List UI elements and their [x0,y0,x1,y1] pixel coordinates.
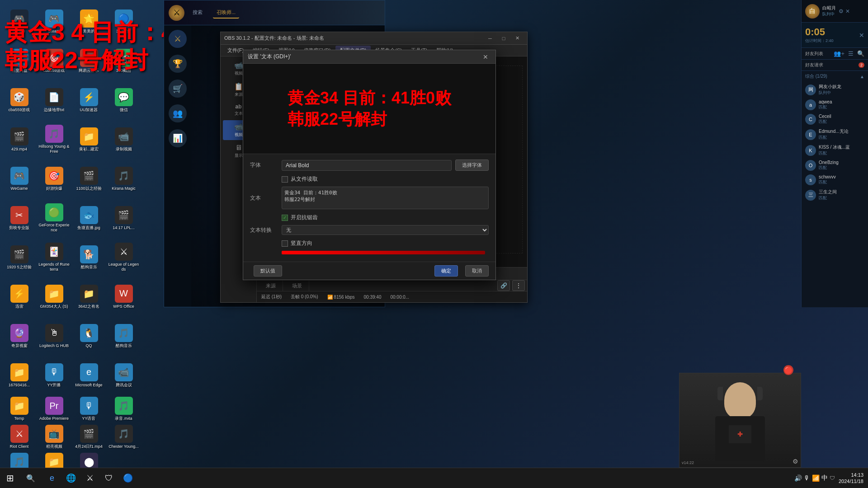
dialog-cancel-button[interactable]: 取消 [465,265,489,277]
friends-settings-icon[interactable]: ⚙ [839,8,844,14]
obs-scene-more-button[interactable]: ⋮ [512,280,525,291]
desktop-icon-36[interactable]: 📁 16793416... [2,356,36,394]
desktop-icon-42[interactable]: 🎙 YY语音 [72,395,106,422]
friend-item-4[interactable]: K KISS / 冰魂...蓝 匹配 [802,142,868,158]
lol-sidebar-profile[interactable]: 👥 [169,104,187,122]
taskbar-sound-icon[interactable]: 🔊 [794,474,802,482]
dialog-close-button[interactable]: ✕ [480,52,491,62]
friends-timer-info: 0:05 估计时间：2:40 [805,26,834,44]
desktop-icon-38[interactable]: e Microsoft Edge [72,356,106,394]
lol-sidebar-battle[interactable]: ⚔ [169,30,187,48]
desktop-icon-16[interactable]: 🎮 WeGame [2,160,36,198]
desktop-icon-20[interactable]: ✂ 剪映专业版 [2,199,36,237]
desktop-icon-31[interactable]: W WPS Office [107,277,141,316]
desktop-icon-23[interactable]: 🎬 14:17 LPL... [107,199,141,237]
friend-item-3[interactable]: E Edmund...无论 匹配 [802,127,868,142]
desktop-icon-label-31: WPS Office [113,304,134,309]
desktop-icon-46[interactable]: 🎬 4月24日f1.mp4 [72,423,106,450]
taskbar-search-button[interactable]: 🔍 [20,468,41,488]
desktop-icon-47[interactable]: 🎵 Chester Young... [107,423,141,450]
desktop-icon-41[interactable]: Pr Adobe Premiere [37,395,71,422]
desktop-icon-40[interactable]: 📁 Temp [2,395,36,422]
friends-section-all[interactable]: 综合 (1/29) ▲ [802,71,868,82]
obs-maximize-button[interactable]: □ [497,34,510,43]
lol-sidebar-stats[interactable]: 📊 [169,129,187,147]
lol-nav: 搜索 召唤师... [189,7,239,19]
friends-close-icon[interactable]: ✕ [845,8,850,14]
desktop-icon-44[interactable]: ⚔ Riot Client [2,423,36,450]
desktop-icon-10[interactable]: ⚡ UU加速器 [72,81,106,119]
dialog-font-label: 字体 [250,161,282,169]
friends-search-icon[interactable]: 🔍 [857,50,864,57]
desktop-icon-8[interactable]: 🎲 cba559游戏 [2,81,36,119]
friend-item-0[interactable]: 网 网友小妖龙 队列中 [802,82,868,98]
desktop-icon-24[interactable]: 🎬 1920 5之经验 [2,238,36,277]
desktop-icon-img-10: ⚡ [80,88,98,106]
taskbar-edge-icon[interactable]: 🌐 [62,469,80,487]
desktop-icon-18[interactable]: 🎬 1100以之经验 [72,160,106,198]
taskbar-lang-icon[interactable]: 中 [821,474,828,482]
dialog-text-input[interactable]: 黄金34 目前：41胜0败 韩服22号解封 [282,187,489,209]
desktop-icon-29[interactable]: 📁 GM354大人 (S) [37,277,71,316]
friends-matchmaking-close-button[interactable]: ✕ [859,32,864,39]
desktop-icon-37[interactable]: 🎙 YY开播 [37,356,71,394]
dialog-antialias-checkbox[interactable]: ✓ [282,215,288,221]
taskbar-mic-icon[interactable]: 🎙 [804,474,810,482]
friends-request-row[interactable]: 好友请求 2 [802,60,868,71]
friend-item-7[interactable]: 三 三生之间 匹配 [802,187,868,203]
desktop-icon-14[interactable]: 📁 黄衫...建宏 [72,120,106,159]
taskbar-riot-icon[interactable]: 🛡 [100,469,118,487]
webcam-settings-icon[interactable]: ⚙ [793,458,798,465]
desktop-icon-12[interactable]: 🎬 429.mp4 [2,120,36,159]
desktop-icon-11[interactable]: 💬 微信 [107,81,141,119]
desktop-icon-26[interactable]: 🐕 酷狗音乐 [72,238,106,277]
desktop-icon-34[interactable]: 🐧 QQ [72,317,106,355]
desktop-icon-28[interactable]: ⚡ 迅雷 [2,277,36,316]
taskbar-start-button[interactable]: ⊞ [0,468,20,488]
dialog-file-checkbox[interactable] [282,176,288,183]
lol-sidebar-trophy[interactable]: 🏆 [169,55,187,73]
desktop-icon-39[interactable]: 📹 腾讯会议 [107,356,141,394]
friends-view-toggle-icon[interactable]: ☰ [848,50,854,57]
desktop-icon-25[interactable]: 🃏 Legends of Runeterra [37,238,71,277]
dialog-vertical-checkbox[interactable] [282,240,288,247]
dialog-default-button[interactable]: 默认值 [254,265,282,277]
taskbar-network-icon[interactable]: 📶 [812,474,820,482]
taskbar-lol-icon[interactable]: ⚔ [81,469,99,487]
desktop-icon-15[interactable]: 📹 录制视频 [107,120,141,159]
lol-nav-summon[interactable]: 召唤师... [213,7,239,19]
desktop-icon-21[interactable]: 🟢 GeForce Experience [37,199,71,237]
dialog-select-font-button[interactable]: 选择字体 [455,160,489,171]
friend-item-5[interactable]: O OneBzing 匹配 [802,158,868,173]
obs-tab-scenes[interactable]: 场景 [285,281,309,291]
desktop-icon-43[interactable]: 🎵 录音.m4a [107,395,141,422]
obs-minimize-button[interactable]: ─ [484,34,496,43]
desktop-icon-13[interactable]: 🎵 Hillsong Young & Free [37,120,71,159]
friends-add-icon[interactable]: 👥+ [834,50,844,57]
desktop-icon-32[interactable]: 🔮 奇异视窗 [2,317,36,355]
desktop-icon-22[interactable]: 🐟 鱼塘直播.jpg [72,199,106,237]
desktop-icon-33[interactable]: 🖱 Logitech G HUB [37,317,71,355]
lol-nav-search[interactable]: 搜索 [189,7,206,19]
desktop-icon-img-28: ⚡ [10,285,28,303]
taskbar-chrome-icon[interactable]: e [43,469,61,487]
desktop-icon-19[interactable]: 🎵 Kirana Magic [107,160,141,198]
taskbar-antivirus-icon[interactable]: 🛡 [830,475,835,481]
obs-close-button[interactable]: ✕ [511,34,524,43]
desktop-icon-27[interactable]: ⚔ League of Legends [107,238,141,277]
dialog-transform-select[interactable]: 无 [282,225,489,235]
desktop-icon-45[interactable]: 📺 稻壳视频 [37,423,71,450]
friend-info-5: OneBzing 匹配 [819,160,864,171]
taskbar-other-icon[interactable]: 🔵 [119,469,137,487]
friend-item-6[interactable]: s schwvvv 匹配 [802,173,868,187]
dialog-ok-button[interactable]: 确定 [434,265,458,277]
lol-sidebar-shop[interactable]: 🛒 [169,80,187,98]
obs-tab-sources[interactable]: 来源 [259,281,283,291]
desktop-icon-9[interactable]: 📄 边缘地带txt [37,81,71,119]
friend-item-2[interactable]: C Ceceil 匹配 [802,112,868,127]
obs-scene-link-button[interactable]: 🔗 [497,280,510,291]
desktop-icon-17[interactable]: 🎯 好游快爆 [37,160,71,198]
desktop-icon-30[interactable]: 📁 3642之有名 [72,277,106,316]
desktop-icon-35[interactable]: 🎵 酷狗音乐 [107,317,141,355]
friend-item-1[interactable]: a aqwea 匹配 [802,98,868,112]
